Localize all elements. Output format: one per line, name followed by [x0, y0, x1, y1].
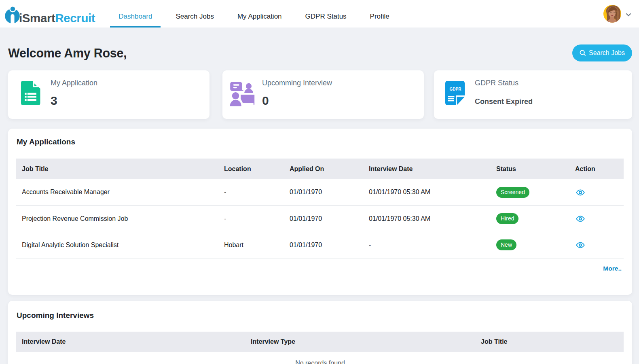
- svg-text:GDPR: GDPR: [450, 87, 462, 91]
